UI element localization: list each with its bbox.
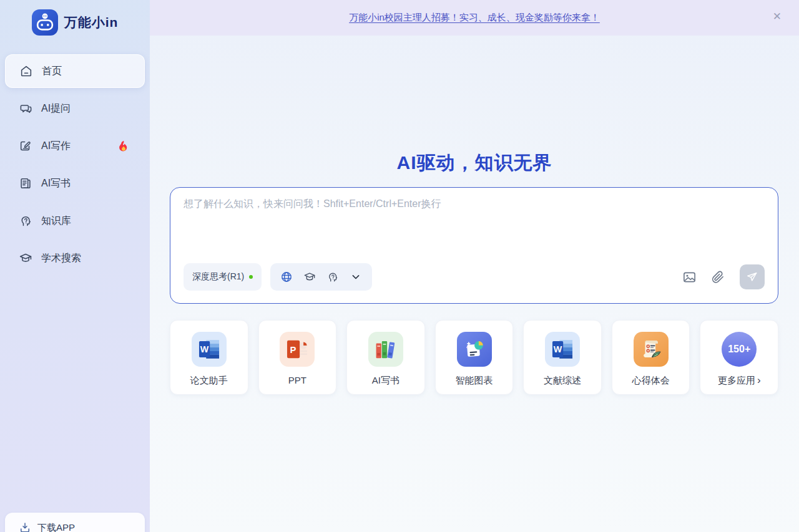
sidebar: 万能小in 首页 AI提问 <box>0 0 150 532</box>
app-card-label: 论文助手 <box>190 375 228 387</box>
announcement-banner: 万能小in校园主理人招募！实习、成长、现金奖励等你来拿！ ✕ <box>150 0 799 36</box>
sidebar-item-home[interactable]: 首页 <box>5 54 145 88</box>
app-card-reflections[interactable]: 心得体会 <box>612 320 690 395</box>
fire-icon <box>117 140 130 152</box>
sidebar-nav: 首页 AI提问 A <box>0 54 150 275</box>
sidebar-item-knowledge-base[interactable]: 知识库 <box>5 204 145 238</box>
pencil-square-icon <box>19 139 32 153</box>
app-card-literature-review[interactable]: W 文献综述 <box>523 320 602 395</box>
sidebar-item-academic-search[interactable]: 学术搜索 <box>5 241 145 275</box>
sidebar-item-label: 学术搜索 <box>41 252 81 265</box>
powerpoint-icon: P <box>280 332 315 367</box>
sidebar-item-label: 知识库 <box>41 215 71 228</box>
image-upload-icon[interactable] <box>682 270 697 284</box>
announcement-link[interactable]: 万能小in校园主理人招募！实习、成长、现金奖励等你来拿！ <box>349 12 600 24</box>
app-card-more-apps[interactable]: 150+ 更多应用 › <box>700 320 778 395</box>
sidebar-item-label: AI写作 <box>41 140 71 153</box>
robot-logo-icon <box>32 9 58 36</box>
sidebar-item-label: AI写书 <box>41 177 71 190</box>
attachment-paperclip-icon[interactable] <box>710 270 725 284</box>
app-logo[interactable]: 万能小in <box>0 0 150 36</box>
app-card-smart-chart[interactable]: 智能图表 <box>435 320 514 395</box>
mode-switch-group <box>270 263 372 291</box>
app-card-label: 文献综述 <box>544 375 581 387</box>
prompt-input-card: 深度思考(R1) <box>170 187 778 304</box>
download-icon <box>19 521 31 532</box>
chevron-down-icon[interactable] <box>350 271 362 283</box>
app-card-label: 心得体会 <box>632 375 670 387</box>
more-apps-label: 更多应用 <box>718 375 755 387</box>
app-card-ai-book[interactable]: AI写书 <box>346 320 425 395</box>
app-card-label: PPT <box>288 375 306 385</box>
deep-think-label: 深度思考(R1) <box>192 271 244 283</box>
sidebar-item-label: AI提问 <box>41 102 71 115</box>
chat-icon <box>19 102 32 115</box>
input-toolbar: 深度思考(R1) <box>184 263 765 291</box>
status-dot <box>249 275 253 279</box>
svg-text:P: P <box>290 345 297 355</box>
main-content: AI驱动，知识无界 深度思考(R1) <box>150 36 799 532</box>
knowledge-mode-icon[interactable] <box>326 271 339 283</box>
page-headline: AI驱动，知识无界 <box>150 150 799 176</box>
send-button[interactable] <box>740 264 765 289</box>
svg-text:W: W <box>554 344 562 354</box>
knowledge-head-icon <box>19 214 32 228</box>
app-card-label: 更多应用 › <box>718 375 761 387</box>
smart-chart-icon <box>457 332 492 367</box>
sidebar-item-ai-ask[interactable]: AI提问 <box>5 92 145 125</box>
books-icon <box>368 332 403 367</box>
sidebar-item-ai-writing[interactable]: AI写作 <box>5 129 145 163</box>
document-icon <box>19 177 32 190</box>
app-card-ppt[interactable]: P PPT <box>258 320 337 395</box>
app-card-label: 智能图表 <box>456 375 493 387</box>
app-title: 万能小in <box>64 14 119 31</box>
app-shortcuts: W 论文助手 P PPT <box>170 320 778 395</box>
app-card-label: AI写书 <box>372 375 400 387</box>
prompt-input[interactable] <box>184 198 765 255</box>
deep-think-toggle[interactable]: 深度思考(R1) <box>184 263 262 291</box>
home-icon <box>19 64 33 78</box>
scroll-feather-icon <box>634 332 669 367</box>
web-search-globe-icon[interactable] <box>280 271 293 283</box>
word-doc-icon: W <box>192 332 227 367</box>
app-window: 万能小in 首页 AI提问 <box>0 0 799 532</box>
more-apps-badge: 150+ <box>722 332 757 367</box>
close-icon[interactable]: ✕ <box>773 11 782 22</box>
word-doc-icon: W <box>545 332 580 367</box>
chevron-right-icon: › <box>757 375 761 385</box>
app-card-paper-assistant[interactable]: W 论文助手 <box>170 320 248 395</box>
graduation-cap-icon <box>19 251 32 265</box>
sidebar-item-ai-book[interactable]: AI写书 <box>5 167 145 200</box>
send-plane-icon <box>746 271 758 283</box>
svg-text:W: W <box>200 344 209 354</box>
download-app-button[interactable]: 下载APP <box>5 513 145 532</box>
academic-mode-icon[interactable] <box>303 271 316 283</box>
sidebar-item-label: 首页 <box>42 65 62 78</box>
download-app-label: 下载APP <box>37 522 75 532</box>
